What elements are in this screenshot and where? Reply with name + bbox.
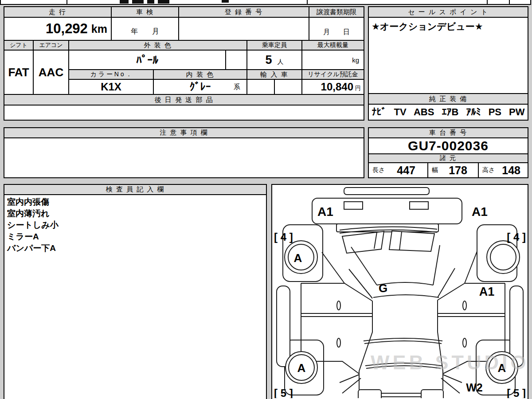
chassis-header: 車 台 番 号 xyxy=(368,127,528,138)
shift-value: FAT xyxy=(8,66,29,79)
exterior-color-header: 外 装 色 xyxy=(68,40,247,51)
aircon-label: エアコン xyxy=(39,41,63,49)
spec-height-cell: 高さ 148 xyxy=(478,162,528,178)
spec-width-cell: 幅 178 xyxy=(427,162,479,178)
shaken-value: 年 月 xyxy=(131,27,159,36)
specs-label: 諸 元 xyxy=(440,154,457,162)
exterior-color-sub-cell xyxy=(225,50,247,70)
cutoff-row-text-fragment xyxy=(147,0,154,4)
shift-label: シフト xyxy=(10,41,27,49)
color-no-value: K1X xyxy=(101,81,121,93)
cutoff-cell xyxy=(66,0,308,5)
color-no-header: カ ラ ー N o ． xyxy=(68,69,154,80)
import-label: 輸 入 車 xyxy=(260,70,288,79)
aircon-cell: AAC xyxy=(33,50,69,95)
tire-grade-front-right: [ 4 ] xyxy=(507,231,526,243)
shaken-header-label: 車 検 xyxy=(136,8,154,16)
auction-sheet: 走 行 車 検 登 録 番 号 譲渡書類期限 10,292 km 年 月 月 日… xyxy=(0,0,532,399)
capacity-label: 乗車定員 xyxy=(262,41,287,49)
spec-length-value: 447 xyxy=(385,164,427,177)
interior-color-value: ｸﾞﾚｰ xyxy=(190,81,211,93)
interior-color-cell: ｸﾞﾚｰ 系 xyxy=(153,79,247,95)
spec-width-label: 幅 xyxy=(432,166,438,174)
cutoff-row-text-fragment xyxy=(222,0,229,3)
color-no-cell: K1X xyxy=(68,79,154,95)
spec-width-value: 178 xyxy=(438,164,478,177)
mileage-cell: 10,292 km xyxy=(4,17,112,41)
max-load-unit: kg xyxy=(352,56,359,64)
registration-number-cell xyxy=(178,17,309,41)
damage-mark-rear-left-wheel: A xyxy=(297,361,306,375)
equipment-cell: ﾅﾋﾞ TV ABS ｴｱB ｱﾙﾐ PS PW xyxy=(368,104,528,121)
recycle-unit: 円 xyxy=(355,84,361,92)
exterior-color-value: ﾊﾟｰﾙ xyxy=(136,54,158,66)
cutoff-cell xyxy=(0,0,67,5)
inspector-note: 室内内張傷 xyxy=(4,196,49,208)
exterior-color-label: 外 装 色 xyxy=(144,41,172,50)
shift-header: シフト xyxy=(4,40,34,51)
later-parts-label: 後 日 発 送 部 品 xyxy=(155,96,214,104)
equipment-label: 純 正 装 備 xyxy=(429,95,468,103)
import-header: 輸 入 車 xyxy=(246,69,302,80)
spec-length-cell: 長さ 447 xyxy=(368,162,428,178)
shaken-header: 車 検 xyxy=(111,6,179,18)
tire-grade-front-left: [ 4 ] xyxy=(274,231,293,243)
capacity-value: 5 xyxy=(265,53,272,67)
capacity-cell: 5 人 xyxy=(246,50,302,70)
caution-header: 注 意 事 項 欄 xyxy=(4,127,364,138)
cutoff-row-text-fragment xyxy=(132,0,144,4)
import-cell-2 xyxy=(274,79,302,95)
color-no-label: カ ラ ー N o ． xyxy=(90,70,132,78)
recycle-value: 10,840 xyxy=(321,81,353,93)
max-load-cell: kg xyxy=(301,50,364,70)
chassis-number: GU7-002036 xyxy=(408,138,489,153)
interior-color-label: 内 装 色 xyxy=(186,70,214,79)
caution-label: 注 意 事 項 欄 xyxy=(160,129,208,137)
damage-mark-hood: G xyxy=(379,282,387,295)
later-parts-cell xyxy=(4,105,364,121)
chassis-cell: GU7-002036 xyxy=(368,137,528,154)
caution-body xyxy=(4,137,364,178)
recycle-header: リサイクル預託金 xyxy=(301,69,364,80)
damage-mark-front-left-bumper: A1 xyxy=(317,205,333,219)
aircon-value: AAC xyxy=(39,66,63,79)
transfer-docs-label: 譲渡書類期限 xyxy=(317,8,356,16)
damage-mark-right-door: A1 xyxy=(479,285,495,298)
transfer-docs-cell: 月 日 xyxy=(309,17,364,41)
mileage-header: 走 行 xyxy=(4,6,112,18)
equipment-items: ﾅﾋﾞ TV ABS ｴｱB ｱﾙﾐ PS PW xyxy=(372,106,524,118)
inspector-note: バンパー下A xyxy=(4,243,56,254)
cutoff-row-text-fragment xyxy=(120,0,129,4)
transfer-docs-header: 譲渡書類期限 xyxy=(309,6,364,18)
damage-mark-front-right-bumper: A1 xyxy=(472,205,488,219)
interior-color-header: 内 装 色 xyxy=(153,69,247,80)
mileage-header-label: 走 行 xyxy=(49,8,66,16)
spec-height-label: 高さ xyxy=(482,166,495,174)
sales-point-label: セ ー ル ス ポ イ ン ト xyxy=(408,8,489,16)
spec-height-value: 148 xyxy=(495,164,528,177)
max-load-header: 最大積載量 xyxy=(301,40,364,51)
later-parts-header: 後 日 発 送 部 品 xyxy=(4,94,364,106)
cutoff-row-text-fragment xyxy=(158,0,169,4)
shift-cell: FAT xyxy=(4,50,34,95)
watermark: WEB STUDIO PRO xyxy=(371,351,532,374)
mileage-value: 10,292 xyxy=(46,21,88,37)
max-load-label: 最大積載量 xyxy=(317,41,348,49)
recycle-label: リサイクル預託金 xyxy=(308,70,358,78)
capacity-unit: 人 xyxy=(278,58,284,66)
inspector-note: 室内薄汚れ xyxy=(4,208,49,219)
capacity-header: 乗車定員 xyxy=(246,40,302,51)
damage-mark-front-left-wheel: A xyxy=(294,251,302,265)
chassis-label: 車 台 番 号 xyxy=(429,129,468,137)
cutoff-cell xyxy=(307,0,488,5)
cutoff-cell xyxy=(487,0,510,5)
sales-point-header: セ ー ル ス ポ イ ン ト xyxy=(368,6,528,18)
import-cell-1 xyxy=(246,79,275,95)
damage-mark-rear-panel: W2 xyxy=(466,381,483,394)
registration-number-header: 登 録 番 号 xyxy=(178,6,309,18)
recycle-cell: 10,840 円 xyxy=(301,79,364,95)
cutoff-cell xyxy=(509,0,531,5)
specs-header: 諸 元 xyxy=(368,153,528,163)
equipment-header: 純 正 装 備 xyxy=(368,93,528,105)
exterior-color-cell: ﾊﾟｰﾙ xyxy=(68,50,226,70)
